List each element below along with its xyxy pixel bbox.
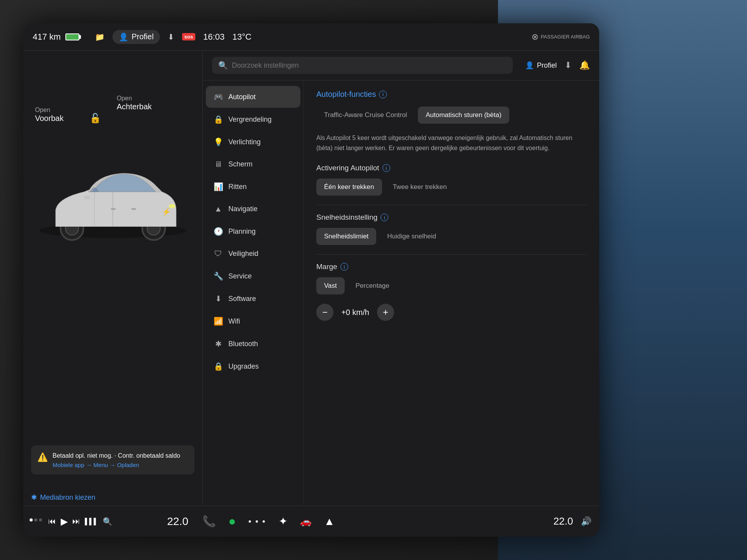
skip-forward-button[interactable]: ⏭: [72, 517, 80, 526]
menu-label-planning: Planning: [228, 228, 256, 236]
menu-item-service[interactable]: 🔧 Service: [206, 265, 300, 287]
menu-item-vergrendeling[interactable]: 🔒 Vergrendeling: [206, 108, 300, 130]
sos-badge: sos: [182, 33, 195, 40]
planning-icon: 🕐: [214, 227, 223, 236]
voorbak-text: Voorbak: [35, 114, 63, 122]
divider-2: [316, 254, 587, 255]
status-bar: 417 km 📁 👤 Profiel ⬇ sos 16:03 13°C ⊗ PA…: [23, 23, 599, 51]
achterbak-text: Achterbak: [117, 102, 152, 111]
svg-rect-11: [131, 208, 136, 210]
menu-label-verlichting: Verlichting: [228, 138, 261, 146]
play-button[interactable]: ▶: [61, 516, 68, 527]
dot-2: [34, 518, 37, 522]
auto-steer-button[interactable]: Automatisch sturen (bèta): [418, 107, 509, 124]
menu-label-ritten: Ritten: [228, 183, 247, 191]
profile-header-button[interactable]: 👤 Profiel: [525, 61, 557, 70]
menu-item-navigatie[interactable]: ▲ Navigatie: [206, 198, 300, 220]
profile-label: Profiel: [132, 32, 154, 41]
speed-info-icon[interactable]: i: [381, 214, 388, 221]
two-pull-button[interactable]: Twee keer trekken: [385, 178, 455, 196]
upgrades-icon: 🔒: [214, 362, 223, 371]
profile-header-label: Profiel: [537, 61, 557, 70]
phone-icon[interactable]: 📞: [202, 515, 216, 528]
volume-icon[interactable]: 🔊: [581, 516, 591, 527]
charge-warning-link[interactable]: Mobiele app → Menu → Opladen: [53, 462, 180, 468]
service-icon: 🔧: [214, 271, 223, 281]
menu-label-upgrades: Upgrades: [228, 362, 259, 371]
main-screen: 417 km 📁 👤 Profiel ⬇ sos 16:03 13°C ⊗ PA…: [23, 23, 599, 537]
menu-item-bluetooth[interactable]: ✱ Bluetooth: [206, 333, 300, 355]
autopilot-description: Als Autopilot 5 keer wordt uitgeschakeld…: [316, 133, 587, 153]
marge-increase-button[interactable]: +: [377, 304, 394, 321]
percentage-button[interactable]: Percentage: [348, 277, 397, 294]
profile-button[interactable]: 👤 Profiel: [112, 30, 160, 44]
more-apps-icon[interactable]: • • •: [248, 516, 266, 527]
bluetooth-icon: ✱: [31, 493, 37, 502]
temperature-left-display: 22.0: [167, 515, 189, 528]
menu-label-scherm: Scherm: [228, 160, 253, 168]
voorbak-label[interactable]: Open Voorbak: [35, 105, 63, 123]
activation-buttons: Één keer trekken Twee keer trekken: [316, 178, 587, 196]
activation-info-icon[interactable]: i: [382, 164, 390, 172]
marge-title: Marge i: [316, 262, 587, 271]
media-source-button[interactable]: ✱ Mediabron kiezen: [31, 493, 95, 502]
car-panel: Open Voorbak Open Achterbak 🔓: [23, 51, 202, 537]
settings-panel: 🔍 👤 Profiel ⬇ 🔔 �: [202, 51, 599, 537]
menu-label-wifi: Wifi: [228, 317, 240, 326]
menu-item-wifi[interactable]: 📶 Wifi: [206, 310, 300, 332]
wifi-icon: 📶: [214, 317, 223, 326]
menu-item-scherm[interactable]: 🖥 Scherm: [206, 154, 300, 175]
search-input-wrap[interactable]: 🔍: [212, 57, 513, 74]
autopilot-info-icon[interactable]: i: [379, 91, 387, 98]
divider-1: [316, 205, 587, 205]
speed-buttons: Snelheidslimiet Huidige snelheid: [316, 228, 587, 245]
autopilot-section-title: Autopilot-functies i: [316, 90, 587, 99]
media-bar: ⏮ ▶ ⏭ ▌▌▌ 🔍 22.0: [23, 506, 202, 537]
download-icon: ⬇: [168, 32, 174, 42]
traffic-aware-button[interactable]: Traffic-Aware Cruise Control: [316, 107, 415, 124]
search-input[interactable]: [232, 61, 507, 70]
marge-controls: − +0 km/h +: [316, 304, 587, 321]
menu-item-ritten[interactable]: 📊 Ritten: [206, 176, 300, 198]
media-controls: ⏮ ▶ ⏭ ▌▌▌ 🔍: [48, 516, 112, 527]
charge-warning[interactable]: ⚠️ Betaald opl. niet mog. · Contr. onbet…: [31, 445, 195, 474]
search-bar: 🔍 👤 Profiel ⬇ 🔔: [203, 51, 599, 80]
car-status-icon[interactable]: 🚗: [300, 516, 312, 527]
menu-item-autopilot[interactable]: 🎮 Autopilot: [206, 86, 300, 108]
speed-limit-button[interactable]: Snelheidslimiet: [316, 228, 376, 245]
activation-title: Activering Autopilot i: [316, 164, 587, 172]
charge-warning-text: Betaald opl. niet mog. · Contr. onbetaal…: [53, 452, 180, 459]
svg-rect-10: [111, 208, 116, 210]
spotify-icon[interactable]: ●: [228, 514, 236, 528]
one-pull-button[interactable]: Één keer trekken: [316, 178, 382, 196]
speed-setting-label: Snelheidsinstelling: [316, 213, 377, 222]
bluetooth-menu-icon: ✱: [214, 339, 223, 348]
menu-item-planning[interactable]: 🕐 Planning: [206, 220, 300, 242]
achterbak-label[interactable]: Open Achterbak: [117, 93, 152, 111]
battery-icon: [65, 33, 79, 40]
skip-back-button[interactable]: ⏮: [48, 517, 56, 526]
marge-label: Marge: [316, 262, 337, 271]
menu-label-bluetooth: Bluetooth: [228, 340, 258, 348]
menu-item-upgrades[interactable]: 🔒 Upgrades: [206, 355, 300, 377]
vast-button[interactable]: Vast: [316, 277, 345, 294]
marge-info-icon[interactable]: i: [340, 263, 348, 271]
svg-rect-8: [84, 196, 90, 199]
marge-value-display: +0 km/h: [340, 308, 371, 317]
marge-decrease-button[interactable]: −: [316, 304, 333, 321]
lock-open-icon: 🔓: [89, 113, 101, 124]
menu-item-veiligheid[interactable]: 🛡 Veiligheid: [206, 243, 300, 264]
open-achterbak-label: Open: [117, 95, 132, 102]
nav-icon[interactable]: ▲: [324, 515, 335, 528]
current-speed-button[interactable]: Huidige snelheid: [379, 228, 444, 245]
search-media-button[interactable]: 🔍: [103, 517, 112, 526]
menu-item-software[interactable]: ⬇ Software: [206, 288, 300, 310]
open-voorbak-label: Open: [35, 107, 50, 113]
temperature-display: 13°C: [232, 32, 251, 42]
settings-body: 🎮 Autopilot 🔒 Vergrendeling 💡 Verlichtin…: [203, 80, 599, 537]
gamepad-icon[interactable]: ✦: [279, 515, 288, 528]
search-right: 👤 Profiel ⬇ 🔔: [525, 60, 590, 70]
download-header-icon: ⬇: [565, 60, 572, 70]
menu-item-verlichting[interactable]: 💡 Verlichting: [206, 131, 300, 153]
menu-list: 🎮 Autopilot 🔒 Vergrendeling 💡 Verlichtin…: [203, 80, 304, 537]
